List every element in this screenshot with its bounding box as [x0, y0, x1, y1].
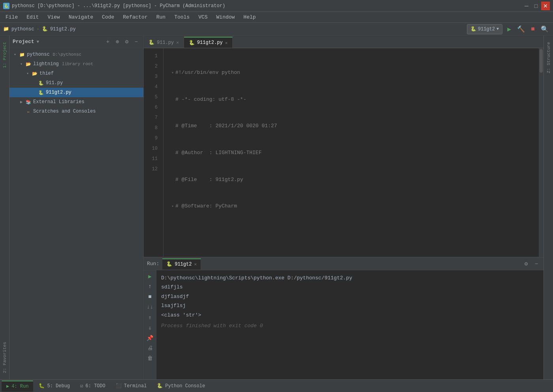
- menu-tools[interactable]: Tools: [170, 13, 194, 22]
- title-bar: 🐍 pythonsc [D:\pythonsc] - ...\911gt2.py…: [0, 0, 553, 12]
- line-num-3: 3: [144, 72, 160, 82]
- tree-label-external: External Libraries: [33, 99, 85, 105]
- bottom-tab-todo[interactable]: ☑ 6: TODO: [75, 381, 110, 392]
- panel-collapse-button[interactable]: −: [132, 38, 140, 46]
- code-line-8: ▾ a = '''sdlfjls: [170, 255, 539, 257]
- tab-close-911py[interactable]: ✕: [176, 40, 179, 45]
- menu-edit[interactable]: Edit: [23, 13, 43, 22]
- run-output-faded: Process finished with exit code 0: [161, 321, 539, 330]
- tree-label-scratches: Scratches and Consoles: [33, 109, 96, 114]
- search-button[interactable]: 🔍: [540, 24, 550, 34]
- menu-refactor[interactable]: Refactor: [119, 13, 151, 22]
- run-rerun-button[interactable]: ↓↓: [146, 303, 154, 311]
- code-text-6: # @Software: PyCharm: [175, 202, 237, 211]
- tree-item-thief[interactable]: ▾ 📂 thief: [9, 69, 143, 78]
- run-scroll-up-button[interactable]: ⇑: [146, 313, 154, 322]
- title-bar-title: pythonsc [D:\pythonsc] - ...\911gt2.py […: [12, 3, 225, 9]
- run-output-line-3: lsajflsj: [161, 301, 539, 310]
- run-tab-911gt2[interactable]: 🐍 911gt2 ✕: [162, 258, 201, 270]
- fold-6[interactable]: ▾: [170, 204, 175, 210]
- code-content[interactable]: ▾ #!/usr/bin/env python # -*- coding: ut…: [164, 48, 539, 257]
- run-output-class: <class 'str'>: [161, 311, 539, 320]
- folder-icon-thief: 📂: [32, 70, 38, 77]
- tree-item-911gt2py[interactable]: ▾ 🐍 911gt2.py: [9, 88, 143, 97]
- run-icon-small: ▶: [6, 383, 9, 389]
- left-vertical-tabs: 1: Project 2: Favorites: [0, 36, 9, 379]
- tree-item-911py[interactable]: ▾ 🐍 911.py: [9, 78, 143, 88]
- stop-button[interactable]: ■: [528, 24, 538, 34]
- run-pin-button[interactable]: 📌: [146, 334, 154, 342]
- panel-add-button[interactable]: +: [104, 38, 112, 46]
- tab-label-911py: 911.py: [157, 40, 174, 45]
- run-config-selector[interactable]: 🐍 911gt2 ▼: [467, 24, 502, 34]
- menu-window[interactable]: Window: [213, 13, 239, 22]
- run-tab-close[interactable]: ✕: [194, 262, 197, 267]
- line-num-10: 10: [144, 144, 160, 154]
- menu-vcs[interactable]: VCS: [194, 13, 211, 22]
- tree-sublabel-lightning: library root: [62, 62, 93, 66]
- bottom-tab-run[interactable]: ▶ 4: Run: [2, 381, 33, 392]
- line-num-11: 11: [144, 154, 160, 164]
- breadcrumb-file: 911gt2.py: [50, 26, 76, 32]
- bottom-tab-terminal[interactable]: ⬛ Terminal: [111, 381, 152, 392]
- bottom-tab-label-python-console: Python Console: [165, 383, 205, 389]
- app-icon: 🐍: [3, 3, 9, 9]
- run-scroll-down-button[interactable]: ⇓: [146, 323, 154, 332]
- tab-911py[interactable]: 🐍 911.py ✕: [144, 37, 184, 48]
- close-button[interactable]: ✕: [541, 2, 550, 10]
- tree-arrow-lightning: ▾: [19, 62, 24, 66]
- run-stop-button[interactable]: ■: [146, 292, 154, 301]
- run-label: Run:: [147, 261, 159, 267]
- run-config-icon: 🐍: [470, 26, 476, 32]
- tab-icon-911gt2py: 🐍: [189, 40, 195, 46]
- run-print-button[interactable]: 🖨: [146, 344, 154, 352]
- menu-file[interactable]: File: [2, 13, 22, 22]
- run-output[interactable]: D:\pythonsc\lightning\Scripts\python.exe…: [156, 270, 544, 379]
- menu-help[interactable]: Help: [239, 13, 260, 22]
- todo-icon-small: ☑: [80, 383, 83, 389]
- code-line-5: # @File : 911gt2.py: [170, 175, 539, 185]
- line-num-8: 8: [144, 123, 160, 134]
- panel-settings-button[interactable]: ⚙: [123, 38, 131, 46]
- breadcrumb-root: pythonsc: [11, 26, 34, 32]
- bottom-tab-debug[interactable]: 🐛 5: Debug: [34, 381, 75, 392]
- run-clear-button[interactable]: 🗑: [146, 354, 154, 363]
- tree-label-911py: 911.py: [46, 80, 63, 86]
- tab-911gt2py[interactable]: 🐍 911gt2.py ✕: [184, 37, 233, 48]
- vertical-tab-favorites[interactable]: 2: Favorites: [1, 339, 9, 376]
- bottom-tab-python-console[interactable]: 🐍 Python Console: [152, 381, 210, 392]
- tree-arrow-external: ▶: [19, 100, 24, 104]
- run-button[interactable]: ▶: [504, 24, 514, 34]
- run-step-over-button[interactable]: ↑: [146, 282, 154, 291]
- menu-code[interactable]: Code: [98, 13, 118, 22]
- project-panel-header: Project ▼ + ⊕ ⚙ −: [9, 36, 143, 48]
- fold-1[interactable]: ▾: [170, 70, 175, 76]
- tab-close-911gt2py[interactable]: ✕: [225, 40, 228, 45]
- bottom-tab-label-todo: 6: TODO: [85, 383, 105, 389]
- tree-arrow-pythonsc: ▾: [13, 52, 17, 57]
- tree-item-external-libraries[interactable]: ▶ 📚 External Libraries: [9, 97, 143, 107]
- tree-item-scratches[interactable]: ▾ ✏️ Scratches and Consoles: [9, 107, 143, 116]
- panel-scroll-from-source-button[interactable]: ⊕: [113, 38, 121, 46]
- line-num-12: 12: [144, 164, 160, 175]
- menu-run[interactable]: Run: [152, 13, 169, 22]
- menu-navigate[interactable]: Navigate: [65, 13, 97, 22]
- tree-item-lightning[interactable]: ▾ 📂 lightning library root: [9, 59, 143, 69]
- vertical-tab-project[interactable]: 1: Project: [1, 39, 9, 71]
- run-resume-button[interactable]: ▶: [146, 272, 154, 281]
- minimize-button[interactable]: ─: [522, 2, 531, 10]
- run-config-name: 911gt2: [478, 26, 495, 32]
- tree-label-911gt2py: 911gt2.py: [46, 90, 71, 95]
- vertical-tab-structure[interactable]: Z: Structure: [545, 39, 553, 76]
- maximize-button[interactable]: □: [532, 2, 540, 10]
- run-settings-button[interactable]: ⚙: [522, 260, 530, 268]
- tree-sublabel-pythonsc: D:\pythonsc: [53, 52, 82, 57]
- build-button[interactable]: 🔨: [516, 24, 526, 34]
- menu-view[interactable]: View: [43, 13, 64, 22]
- tree-item-pythonsc[interactable]: ▾ 📁 pythonsc D:\pythonsc: [9, 50, 143, 59]
- editor-scrollbar[interactable]: [539, 48, 544, 257]
- run-collapse-button[interactable]: −: [532, 260, 540, 268]
- code-text-3: # @Time : 2021/1/20 0020 01:27: [175, 122, 277, 130]
- lib-icon-external: 📚: [25, 99, 32, 105]
- code-text-5: # @File : 911gt2.py: [175, 176, 243, 184]
